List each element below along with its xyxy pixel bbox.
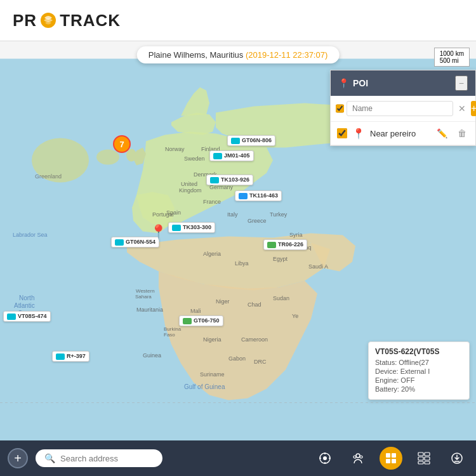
poi-search-checkbox[interactable] bbox=[336, 103, 344, 114]
poi-item-pin-icon: 📍 bbox=[352, 128, 365, 140]
svg-text:Faso: Faso bbox=[164, 332, 175, 338]
svg-text:Sahara: Sahara bbox=[135, 294, 152, 300]
group-button[interactable] bbox=[347, 447, 369, 470]
poi-title: POI bbox=[353, 78, 368, 88]
svg-rect-66 bbox=[418, 461, 423, 464]
vehicle-tag[interactable]: TK116-463 bbox=[235, 190, 282, 201]
svg-text:Norway: Norway bbox=[165, 146, 185, 152]
vehicle-status: Status: Offline(27 bbox=[375, 359, 463, 366]
svg-rect-61 bbox=[392, 459, 396, 463]
vehicle-tag[interactable]: GT06-750 bbox=[179, 315, 223, 326]
svg-text:Guinea: Guinea bbox=[143, 352, 161, 359]
svg-point-55 bbox=[356, 454, 360, 458]
svg-point-3 bbox=[96, 150, 119, 165]
svg-text:Spain: Spain bbox=[166, 209, 181, 216]
svg-text:Mauritania: Mauritania bbox=[136, 307, 163, 313]
svg-rect-67 bbox=[425, 461, 430, 464]
svg-text:Gulf of Guinea: Gulf of Guinea bbox=[184, 383, 225, 390]
vehicle-popup-title: VT05S-622(VT05S bbox=[375, 347, 463, 356]
svg-rect-62 bbox=[418, 453, 423, 456]
svg-text:Nigeria: Nigeria bbox=[203, 336, 221, 343]
svg-text:Ye: Ye bbox=[292, 313, 298, 319]
svg-text:Gabon: Gabon bbox=[228, 355, 246, 362]
svg-text:Niger: Niger bbox=[216, 298, 230, 305]
poi-item-delete-button[interactable]: 🗑 bbox=[455, 127, 469, 140]
svg-text:Kingdom: Kingdom bbox=[179, 187, 202, 194]
vehicle-popup[interactable]: VT05S-622(VT05S Status: Offline(27 Devic… bbox=[368, 341, 470, 400]
svg-text:Labrador Sea: Labrador Sea bbox=[13, 232, 48, 238]
cluster-label: 7 bbox=[119, 140, 124, 149]
svg-text:Syria: Syria bbox=[289, 232, 303, 238]
poi-close-button[interactable]: − bbox=[455, 76, 468, 91]
svg-text:Italy: Italy bbox=[227, 211, 238, 218]
search-input[interactable] bbox=[60, 454, 154, 463]
svg-point-56 bbox=[354, 456, 356, 458]
location-text: Plaine Wilhems, Mauritius bbox=[149, 50, 244, 60]
svg-rect-65 bbox=[425, 457, 430, 460]
logo: PR TRACK bbox=[13, 11, 121, 30]
svg-text:Atlantic: Atlantic bbox=[14, 302, 35, 309]
svg-text:Chad: Chad bbox=[248, 301, 261, 308]
svg-text:Sweden: Sweden bbox=[184, 155, 205, 162]
poi-add-button[interactable]: + bbox=[471, 101, 476, 116]
add-button[interactable]: + bbox=[8, 448, 28, 468]
download-button[interactable] bbox=[446, 447, 468, 470]
bottom-bar: + 🔍 bbox=[0, 440, 476, 476]
scale-km: 1000 km bbox=[440, 50, 464, 57]
poi-search-row: ✕ + bbox=[331, 96, 475, 122]
vehicle-tag[interactable]: GT06N-806 bbox=[227, 135, 275, 146]
svg-rect-64 bbox=[418, 457, 423, 460]
location-nav-button[interactable] bbox=[314, 447, 336, 470]
svg-text:France: France bbox=[203, 199, 221, 205]
svg-rect-58 bbox=[386, 453, 390, 458]
svg-rect-60 bbox=[386, 459, 390, 463]
svg-text:Saudi A: Saudi A bbox=[308, 263, 328, 270]
header: PR TRACK bbox=[0, 0, 476, 41]
poi-header: 📍 POI − bbox=[331, 70, 475, 96]
svg-rect-63 bbox=[425, 453, 430, 456]
svg-text:Libya: Libya bbox=[235, 260, 249, 267]
map-container[interactable]: Gulf of Guinea North Atlantic Ocean Labr… bbox=[0, 41, 476, 476]
svg-text:DRC: DRC bbox=[254, 359, 267, 365]
svg-point-4 bbox=[126, 149, 136, 162]
vehicle-tag[interactable]: TK103-926 bbox=[206, 175, 253, 185]
logo-icon bbox=[39, 11, 57, 29]
svg-text:Greece: Greece bbox=[248, 218, 267, 224]
scale-bar: 1000 km 500 mi bbox=[434, 48, 470, 67]
svg-text:Egypt: Egypt bbox=[273, 256, 288, 262]
vehicle-battery: Battery: 20% bbox=[375, 385, 463, 393]
vehicle-tag[interactable]: VT08S-474 bbox=[3, 311, 51, 322]
svg-text:North: North bbox=[19, 294, 34, 301]
svg-point-50 bbox=[323, 456, 327, 460]
vehicle-tag[interactable]: TR06-226 bbox=[263, 239, 307, 250]
vehicle-tag[interactable]: JM01-405 bbox=[209, 150, 254, 161]
poi-search-input[interactable] bbox=[347, 101, 453, 116]
grid-button[interactable] bbox=[380, 447, 402, 470]
svg-text:Mali: Mali bbox=[190, 308, 201, 314]
poi-clear-button[interactable]: ✕ bbox=[456, 102, 468, 115]
svg-rect-59 bbox=[392, 453, 396, 458]
svg-text:United: United bbox=[181, 181, 197, 187]
poi-item-edit-button[interactable]: ✏️ bbox=[434, 127, 450, 140]
bottom-icons bbox=[314, 447, 468, 470]
svg-text:Western: Western bbox=[136, 288, 155, 294]
vehicle-engine: Engine: OFF bbox=[375, 376, 463, 384]
svg-text:Algeria: Algeria bbox=[203, 251, 221, 257]
scale-mi: 500 mi bbox=[440, 57, 464, 64]
poi-item-checkbox[interactable] bbox=[337, 128, 347, 138]
location-bar: Plaine Wilhems, Mauritius (2019-12-11 22… bbox=[137, 46, 340, 63]
svg-text:Sudan: Sudan bbox=[273, 295, 289, 301]
vehicle-tag[interactable]: TK303-300 bbox=[168, 222, 215, 233]
svg-text:Burkina: Burkina bbox=[164, 326, 182, 332]
apps-button[interactable] bbox=[413, 447, 435, 470]
datetime-text: (2019-12-11 22:37:07) bbox=[246, 50, 327, 60]
poi-item-name: Near pereiro bbox=[370, 129, 429, 138]
poi-item-row: 📍 Near pereiro ✏️ 🗑 bbox=[331, 122, 475, 145]
cluster-bubble[interactable]: 7 bbox=[113, 135, 131, 153]
search-icon: 🔍 bbox=[44, 453, 55, 463]
logo-text-post: TRACK bbox=[60, 11, 121, 30]
vehicle-device: Device: External I bbox=[375, 367, 463, 375]
poi-panel: 📍 POI − ✕ + 📍 Near pereiro ✏️ 🗑 bbox=[330, 70, 476, 146]
poi-location-icon: 📍 bbox=[338, 78, 349, 88]
vehicle-tag[interactable]: R+-397 bbox=[52, 351, 89, 362]
